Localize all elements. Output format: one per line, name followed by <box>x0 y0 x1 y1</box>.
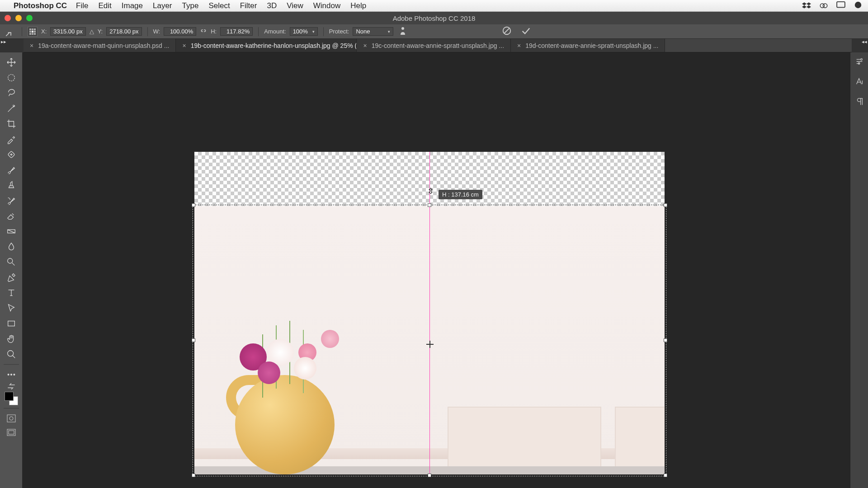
document-tab[interactable]: × 19b-content-aware-katherine-hanlon-uns… <box>176 39 357 52</box>
dropbox-icon[interactable] <box>802 1 811 10</box>
options-bar: X: 3315.00 px △ Y: 2718.00 px W: 100.00%… <box>0 24 868 39</box>
transform-handle[interactable] <box>428 203 431 207</box>
protect-select[interactable]: None▾ <box>353 27 393 36</box>
close-icon[interactable]: × <box>182 42 186 49</box>
creative-cloud-icon[interactable] <box>819 1 828 10</box>
link-wh-icon[interactable] <box>200 28 207 35</box>
tab-label: 19d-content-aware-annie-spratt-unsplash.… <box>525 42 658 49</box>
color-swatches[interactable] <box>5 392 18 405</box>
close-window-button[interactable] <box>5 15 11 21</box>
document-canvas[interactable]: ⇳ H : 137.16 cm <box>194 152 665 474</box>
protect-skin-icon[interactable] <box>400 27 406 37</box>
gradient-tool-icon[interactable] <box>4 224 19 239</box>
rectangle-tool-icon[interactable] <box>4 316 19 331</box>
quick-mask-icon[interactable] <box>6 414 16 425</box>
pen-tool-icon[interactable] <box>4 270 19 285</box>
swap-colors-icon[interactable] <box>4 383 19 390</box>
x-input[interactable]: 3315.00 px <box>50 27 85 36</box>
svg-point-16 <box>9 417 13 420</box>
close-icon[interactable]: × <box>363 42 367 49</box>
cancel-transform-icon[interactable] <box>502 26 512 37</box>
svg-point-13 <box>10 374 12 375</box>
canvas-area[interactable]: ⇳ H : 137.16 cm <box>23 52 850 488</box>
document-tab[interactable]: × 19d-content-aware-annie-spratt-unsplas… <box>511 39 665 52</box>
document-tab[interactable]: × 19a-content-aware-matt-quinn-unsplash.… <box>24 39 176 52</box>
menu-select[interactable]: Select <box>208 1 230 10</box>
menubar-tray <box>802 1 863 10</box>
transform-bounding-box[interactable] <box>193 205 666 476</box>
h-input[interactable]: 117.82% <box>220 27 253 36</box>
screen-mode-icon[interactable] <box>6 428 16 439</box>
collapse-panels-left-icon[interactable]: ▸▸ <box>1 39 6 45</box>
minimize-window-button[interactable] <box>15 15 22 21</box>
transform-handle[interactable] <box>664 203 667 207</box>
transform-handle[interactable] <box>664 474 667 477</box>
menu-file[interactable]: File <box>76 1 88 10</box>
hand-tool-icon[interactable] <box>4 332 19 346</box>
svg-point-6 <box>8 75 14 81</box>
spotlight-icon[interactable] <box>854 1 863 10</box>
menu-type[interactable]: Type <box>182 1 199 10</box>
eraser-tool-icon[interactable] <box>4 209 19 223</box>
document-tabs: × 19a-content-aware-matt-quinn-unsplash.… <box>24 39 852 52</box>
close-icon[interactable]: × <box>30 42 33 49</box>
character-panel-icon[interactable] <box>855 77 864 88</box>
clone-stamp-tool-icon[interactable] <box>4 178 19 192</box>
commit-transform-icon[interactable] <box>521 26 531 37</box>
transform-handle[interactable] <box>428 474 431 477</box>
svg-point-11 <box>7 351 13 357</box>
current-tool-icon[interactable] <box>5 26 16 38</box>
delta-icon[interactable]: △ <box>90 28 94 35</box>
macos-menubar: Photoshop CC File Edit Image Layer Type … <box>0 0 868 12</box>
dodge-tool-icon[interactable] <box>4 255 19 269</box>
magic-wand-tool-icon[interactable] <box>4 101 19 116</box>
menu-filter[interactable]: Filter <box>240 1 257 10</box>
svg-point-3 <box>401 27 404 30</box>
type-tool-icon[interactable] <box>4 286 19 300</box>
reference-point-grid[interactable] <box>28 27 38 37</box>
close-icon[interactable]: × <box>517 42 521 49</box>
transform-handle[interactable] <box>192 338 195 342</box>
transform-handle[interactable] <box>192 474 195 477</box>
transform-center-icon[interactable] <box>428 343 432 346</box>
move-tool-icon[interactable] <box>4 55 19 70</box>
menu-window[interactable]: Window <box>313 1 340 10</box>
healing-brush-tool-icon[interactable] <box>4 147 19 162</box>
y-label: Y: <box>98 28 103 35</box>
menu-help[interactable]: Help <box>350 1 366 10</box>
path-selection-tool-icon[interactable] <box>4 301 19 315</box>
display-icon[interactable] <box>836 1 845 10</box>
zoom-tool-icon[interactable] <box>4 347 19 361</box>
svg-rect-2 <box>837 1 845 7</box>
paragraph-panel-icon[interactable] <box>855 97 864 108</box>
amount-select[interactable]: 100%▾ <box>290 27 318 36</box>
tab-label: 19a-content-aware-matt-quinn-unsplash.ps… <box>38 42 169 49</box>
zoom-window-button[interactable] <box>26 15 33 21</box>
history-brush-tool-icon[interactable] <box>4 193 19 208</box>
menu-image[interactable]: Image <box>122 1 143 10</box>
w-input[interactable]: 100.00% <box>164 27 196 36</box>
svg-point-12 <box>8 374 9 375</box>
crop-tool-icon[interactable] <box>4 117 19 131</box>
menu-view[interactable]: View <box>287 1 303 10</box>
eyedropper-tool-icon[interactable] <box>4 132 19 146</box>
properties-panel-icon[interactable] <box>855 57 864 68</box>
edit-toolbar-icon[interactable] <box>4 367 19 382</box>
y-input[interactable]: 2718.00 px <box>106 27 142 36</box>
marquee-tool-icon[interactable] <box>4 70 19 85</box>
menu-layer[interactable]: Layer <box>153 1 172 10</box>
x-label: X: <box>41 28 47 35</box>
menu-3d[interactable]: 3D <box>267 1 277 10</box>
transform-measurement-badge: H : 137.16 cm <box>439 190 482 199</box>
app-menu[interactable]: Photoshop CC <box>14 1 67 10</box>
transform-handle[interactable] <box>192 203 195 207</box>
collapse-panels-right-icon[interactable]: ◂◂ <box>862 39 867 45</box>
lasso-tool-icon[interactable] <box>4 86 19 100</box>
brush-tool-icon[interactable] <box>4 163 19 177</box>
blur-tool-icon[interactable] <box>4 239 19 254</box>
transform-handle[interactable] <box>664 338 667 342</box>
menu-edit[interactable]: Edit <box>98 1 111 10</box>
h-label: H: <box>211 28 217 35</box>
amount-label: Amount: <box>264 28 286 35</box>
document-tab[interactable]: × 19c-content-aware-annie-spratt-unsplas… <box>357 39 511 52</box>
